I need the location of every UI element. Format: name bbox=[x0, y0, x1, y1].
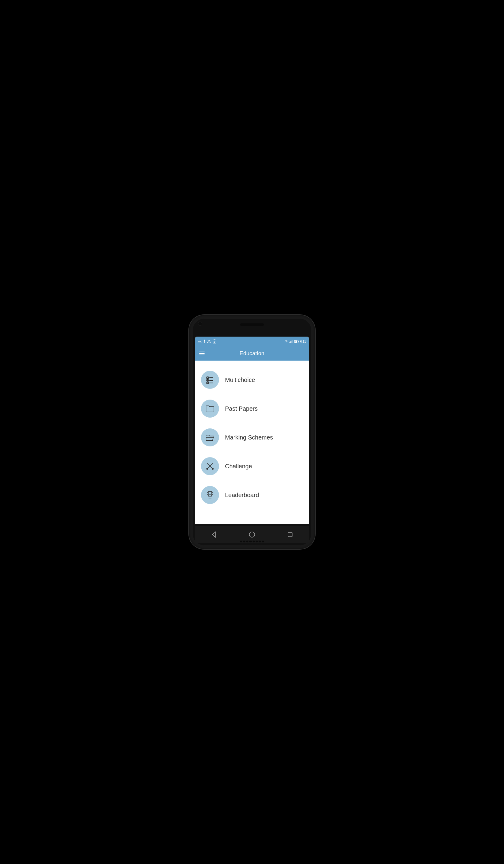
svg-point-30 bbox=[249, 532, 255, 537]
challenge-menu-item[interactable]: Challenge bbox=[195, 452, 309, 481]
status-icons-right: 6:11 bbox=[284, 340, 306, 343]
battery-icon bbox=[294, 340, 299, 343]
recents-square-icon bbox=[287, 531, 293, 538]
svg-rect-9 bbox=[290, 341, 291, 343]
hamburger-menu-button[interactable] bbox=[199, 352, 205, 355]
svg-rect-7 bbox=[214, 342, 215, 343]
multichoice-icon-circle bbox=[201, 371, 219, 389]
back-button[interactable] bbox=[207, 528, 220, 541]
page-title: Education bbox=[240, 350, 265, 357]
home-button[interactable] bbox=[245, 528, 259, 541]
clipboard-status-icon bbox=[213, 339, 216, 344]
time-display: 6:11 bbox=[300, 340, 306, 343]
marking-schemes-label: Marking Schemes bbox=[225, 434, 273, 441]
app-bar: Education bbox=[195, 346, 309, 361]
notif-status-icon bbox=[204, 339, 205, 343]
front-camera bbox=[198, 322, 202, 326]
svg-rect-11 bbox=[292, 340, 293, 343]
signal-icon bbox=[289, 340, 293, 343]
wifi-icon bbox=[284, 340, 288, 343]
marking-schemes-menu-item[interactable]: Marking Schemes bbox=[195, 423, 309, 452]
back-icon bbox=[211, 531, 217, 538]
multichoice-icon bbox=[205, 375, 215, 384]
trophy-icon bbox=[205, 491, 215, 500]
svg-marker-28 bbox=[209, 493, 211, 495]
image-status-icon bbox=[198, 340, 202, 343]
speaker-grille-bottom bbox=[240, 541, 264, 542]
status-icons-left bbox=[198, 339, 216, 344]
status-bar: 6:11 bbox=[195, 337, 309, 346]
challenge-icon-circle bbox=[201, 457, 219, 475]
svg-rect-5 bbox=[214, 341, 215, 341]
svg-rect-2 bbox=[204, 342, 205, 343]
svg-rect-1 bbox=[204, 339, 205, 342]
multichoice-label: Multichoice bbox=[225, 376, 255, 383]
svg-rect-31 bbox=[288, 532, 292, 537]
svg-marker-29 bbox=[213, 532, 215, 537]
warning-status-icon bbox=[207, 339, 211, 343]
home-circle-icon bbox=[249, 531, 255, 538]
swords-icon bbox=[205, 462, 215, 471]
svg-rect-10 bbox=[291, 340, 292, 343]
challenge-label: Challenge bbox=[225, 463, 252, 470]
main-content: Multichoice Past Papers bbox=[195, 361, 309, 524]
past-papers-label: Past Papers bbox=[225, 405, 258, 412]
svg-rect-13 bbox=[295, 340, 297, 343]
hamburger-line-2 bbox=[199, 353, 205, 354]
svg-rect-16 bbox=[207, 382, 208, 384]
folder-open-icon bbox=[205, 433, 215, 442]
hamburger-line-3 bbox=[199, 355, 205, 355]
past-papers-menu-item[interactable]: Past Papers bbox=[195, 394, 309, 423]
multichoice-menu-item[interactable]: Multichoice bbox=[195, 365, 309, 394]
svg-rect-8 bbox=[289, 342, 290, 343]
recents-button[interactable] bbox=[284, 528, 297, 541]
past-papers-icon-circle bbox=[201, 400, 219, 418]
phone-screen: 6:11 Education bbox=[193, 319, 311, 545]
svg-rect-6 bbox=[214, 342, 215, 342]
folder-icon bbox=[205, 404, 215, 413]
marking-schemes-icon-circle bbox=[201, 429, 219, 446]
phone-device: 6:11 Education bbox=[189, 315, 315, 549]
svg-point-3 bbox=[209, 342, 209, 343]
hamburger-line-1 bbox=[199, 352, 205, 352]
speaker-grille-top bbox=[240, 323, 264, 326]
leaderboard-menu-item[interactable]: Leaderboard bbox=[195, 481, 309, 509]
leaderboard-icon-circle bbox=[201, 486, 219, 504]
leaderboard-label: Leaderboard bbox=[225, 492, 259, 499]
app-screen: 6:11 Education bbox=[195, 337, 309, 524]
